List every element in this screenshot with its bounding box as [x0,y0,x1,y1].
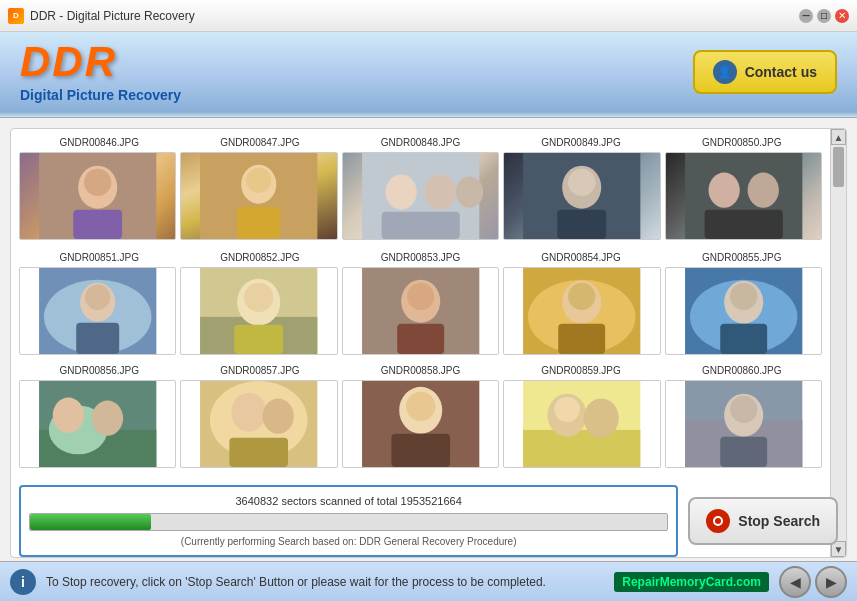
minimize-button[interactable]: ─ [799,9,813,23]
progress-box: 3640832 sectors scanned of total 1953521… [19,485,678,557]
thumbnail-image[interactable] [503,267,660,355]
nav-back-button[interactable]: ◀ [779,566,811,598]
svg-point-30 [244,283,273,312]
svg-rect-24 [76,323,119,354]
svg-point-18 [708,173,739,208]
progress-text: 3640832 sectors scanned of total 1953521… [29,495,668,507]
app-logo: DDR [20,41,181,83]
filename-label: GNDR00847.JPG [180,137,341,148]
svg-point-44 [730,283,757,310]
filename-label: GNDR00854.JPG [501,252,662,263]
svg-point-3 [84,169,111,196]
stop-icon [706,509,730,533]
scroll-up-button[interactable]: ▲ [831,129,846,145]
svg-point-52 [232,393,267,432]
svg-point-58 [406,392,435,421]
thumbnail-image[interactable] [665,152,822,240]
svg-rect-15 [557,210,606,239]
svg-point-25 [85,285,110,310]
svg-point-16 [568,169,595,196]
scroll-track[interactable] [831,145,846,541]
svg-point-63 [555,397,580,422]
svg-point-7 [246,168,271,193]
svg-rect-43 [720,324,767,354]
svg-point-12 [456,176,483,207]
svg-rect-6 [238,207,281,239]
filename-label: GNDR00853.JPG [340,252,501,263]
scroll-thumb[interactable] [833,147,844,187]
svg-point-34 [407,283,434,310]
header-separator [0,112,857,118]
thumbnail-image[interactable] [180,267,337,355]
svg-rect-29 [235,325,284,354]
progress-bar-inner [30,514,151,530]
branding-label: RepairMemoryCard.com [614,572,769,592]
filename-label: GNDR00848.JPG [340,137,501,148]
thumbnail-image[interactable] [503,152,660,240]
thumbnail-image[interactable] [19,380,176,468]
thumbnail-image[interactable] [342,380,499,468]
filename-label: GNDR00852.JPG [180,252,341,263]
svg-point-68 [730,396,757,423]
filename-label: GNDR00858.JPG [340,365,501,376]
svg-point-53 [263,399,294,434]
info-icon: i [10,569,36,595]
filename-label: GNDR00855.JPG [661,252,822,263]
svg-point-19 [747,173,778,208]
thumbnail-area: GNDR00846.JPG GNDR00847.JPG GNDR00848.JP… [10,128,847,558]
close-button[interactable]: ✕ [835,9,849,23]
svg-point-39 [568,283,595,310]
thumbnail-image[interactable] [503,380,660,468]
thumbnail-image[interactable] [342,267,499,355]
thumbnail-image[interactable] [19,152,176,240]
filename-label: GNDR00857.JPG [180,365,341,376]
svg-rect-20 [704,210,782,239]
contact-icon: 👤 [713,60,737,84]
thumbnail-image[interactable] [665,267,822,355]
filename-label: GNDR00860.JPG [661,365,822,376]
svg-rect-67 [720,437,767,467]
svg-rect-57 [391,434,450,467]
progress-procedure-text: (Currently performing Search based on: D… [29,536,668,547]
svg-rect-11 [381,212,459,239]
svg-point-49 [92,401,123,436]
app-subtitle: Digital Picture Recovery [20,87,181,103]
svg-rect-54 [230,438,289,467]
progress-bar-outer [29,513,668,531]
nav-forward-button[interactable]: ▶ [815,566,847,598]
filename-label: GNDR00850.JPG [661,137,822,148]
svg-point-62 [584,399,619,438]
svg-rect-33 [397,324,444,354]
filename-label: GNDR00856.JPG [19,365,180,376]
thumbnail-image[interactable] [342,152,499,240]
app-icon: D [8,8,24,24]
status-bar: i To Stop recovery, click on 'Stop Searc… [0,561,857,601]
progress-area: 3640832 sectors scanned of total 1953521… [19,487,838,555]
svg-point-9 [385,175,416,210]
contact-us-button[interactable]: 👤 Contact us [693,50,837,94]
window-title: DDR - Digital Picture Recovery [30,9,195,23]
filename-label: GNDR00859.JPG [501,365,662,376]
thumbnail-image[interactable] [180,380,337,468]
filename-label: GNDR00846.JPG [19,137,180,148]
thumbnail-image[interactable] [665,380,822,468]
stop-search-button[interactable]: Stop Search [688,497,838,545]
svg-rect-2 [73,210,122,239]
title-bar: D DDR - Digital Picture Recovery ─ □ ✕ [0,0,857,32]
thumbnail-image[interactable] [19,267,176,355]
header: DDR Digital Picture Recovery 👤 Contact u… [0,32,857,112]
filename-label: GNDR00851.JPG [19,252,180,263]
maximize-button[interactable]: □ [817,9,831,23]
svg-point-10 [424,175,455,210]
thumbnail-image[interactable] [180,152,337,240]
svg-rect-38 [558,324,605,354]
filename-label: GNDR00849.JPG [501,137,662,148]
svg-rect-60 [523,430,640,467]
svg-point-48 [53,398,84,433]
status-text: To Stop recovery, click on 'Stop Search'… [46,575,604,589]
